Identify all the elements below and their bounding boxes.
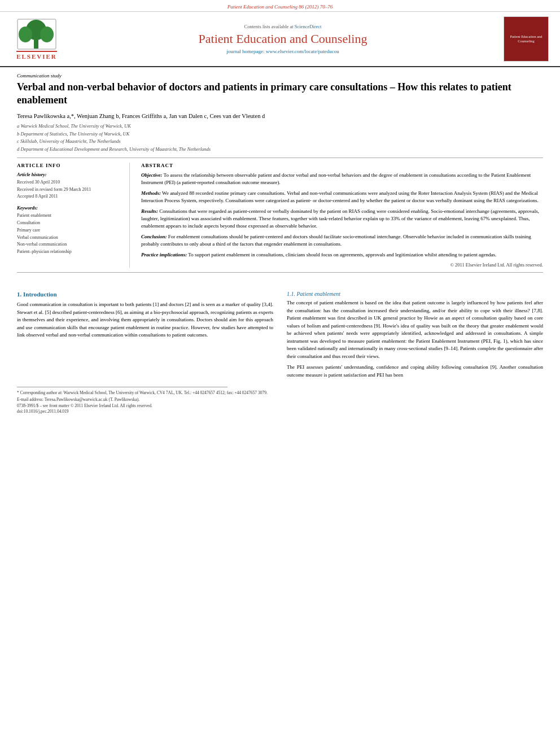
patient-enablement-title: 1.1. Patient enablement <box>287 291 543 297</box>
journal-cover-image: Patient Education and Counseling <box>504 16 549 62</box>
article-info-column: ARTICLE INFO Article history: Received 3… <box>17 163 130 268</box>
keyword-1: Patient enablement <box>17 212 121 220</box>
results-label: Results: <box>141 208 158 214</box>
section-label: Communication study <box>17 73 543 78</box>
footnote-email: E-mail address: Teresa.Pawlikowska@warwi… <box>17 396 543 403</box>
keyword-2: Consultation <box>17 220 121 227</box>
methods-text: We analyzed 88 recorded routine primary … <box>141 190 539 203</box>
affiliation-c: c Skillslab, University of Maastricht, T… <box>17 138 543 145</box>
enablement-para2: The PEI assesses patients' understanding… <box>287 364 543 379</box>
elsevier-logo: ELSEVIER <box>11 19 62 60</box>
footnote-corresponding: * Corresponding author at: Warwick Medic… <box>17 390 543 396</box>
keyword-6: Patient–physician relationship <box>17 248 121 256</box>
article-info-header: ARTICLE INFO <box>17 163 121 168</box>
abstract-results: Results: Consultations that were regarde… <box>141 208 543 230</box>
methods-label: Methods: <box>141 190 161 196</box>
objective-text: To assess the relationship between obser… <box>141 172 531 185</box>
body-left-column: 1. Introduction Good communication in co… <box>17 289 273 382</box>
footnote-doi: doi:10.1016/j.pec.2011.04.019 <box>17 409 543 414</box>
practice-text: To support patient enablement in consult… <box>188 252 496 257</box>
keyword-3: Primary care <box>17 227 121 234</box>
intro-title: 1. Introduction <box>17 291 273 298</box>
article-title: Verbal and non-verbal behavior of doctor… <box>17 81 543 107</box>
practice-label: Practice implications: <box>141 252 187 257</box>
body-columns: 1. Introduction Good communication in co… <box>17 289 543 382</box>
body-content: 1. Introduction Good communication in co… <box>0 283 560 420</box>
journal-header-bar: Patient Education and Counseling 86 (201… <box>0 0 560 12</box>
divider-2 <box>17 272 543 273</box>
keyword-4: Verbal communication <box>17 234 121 242</box>
main-content: Communication study Verbal and non-verba… <box>0 67 560 283</box>
keyword-5: Non-verbal communication <box>17 241 121 248</box>
body-right-column: 1.1. Patient enablement The concept of p… <box>287 289 543 382</box>
abstract-column: ABSTRACT Objective: To assess the relati… <box>141 163 543 268</box>
sciencedirect-link[interactable]: ScienceDirect <box>295 24 322 29</box>
sciencedirect-line: Contents lists available at ScienceDirec… <box>62 24 504 29</box>
journal-center: Contents lists available at ScienceDirec… <box>62 24 504 54</box>
objective-label: Objective: <box>141 172 162 178</box>
abstract-methods: Methods: We analyzed 88 recorded routine… <box>141 190 543 204</box>
intro-para1: Good communication in consultation is im… <box>17 301 273 339</box>
svg-point-3 <box>40 27 54 42</box>
keywords-label: Keywords: <box>17 205 121 211</box>
received-date: Received 30 April 2010 Received in revis… <box>17 179 121 200</box>
journal-name: Patient Education and Counseling <box>62 32 504 46</box>
divider-1 <box>17 158 543 158</box>
keywords-section: Keywords: Patient enablement Consultatio… <box>17 205 121 256</box>
abstract-header: ABSTRACT <box>141 163 543 168</box>
conclusion-label: Conclusion: <box>141 234 167 239</box>
svg-point-2 <box>19 27 32 42</box>
journal-homepage: journal homepage: www.elsevier.com/locat… <box>62 49 504 54</box>
results-text: Consultations that were regarded as pati… <box>141 208 539 229</box>
footnote-issn: 0738-3991/$ – see front matter © 2011 El… <box>17 403 543 409</box>
abstract-objective: Objective: To assess the relationship be… <box>141 172 543 186</box>
affiliation-b: b Department of Statistics, The Universi… <box>17 130 543 138</box>
history-label: Article history: <box>17 172 121 177</box>
page: Patient Education and Counseling 86 (201… <box>0 0 560 747</box>
abstract-conclusion: Conclusion: For enablement consultations… <box>141 233 543 248</box>
elsevier-text: ELSEVIER <box>16 51 57 60</box>
enablement-para1: The concept of patient enablement is bas… <box>287 299 543 360</box>
footnote-divider <box>17 387 228 387</box>
authors: Teresa Pawlikowska a,*, Wenjuan Zhang b,… <box>17 113 543 119</box>
journal-banner: ELSEVIER Contents lists available at Sci… <box>0 12 560 67</box>
conclusion-text: For enablement consultations should be p… <box>141 234 531 247</box>
affiliation-d: d Department of Educational Development … <box>17 146 543 153</box>
affiliations: a Warwick Medical School, The University… <box>17 123 543 153</box>
copyright-line: © 2011 Elsevier Ireland Ltd. All rights … <box>141 262 543 268</box>
affiliation-a: a Warwick Medical School, The University… <box>17 123 543 130</box>
elsevier-tree-icon <box>17 19 56 50</box>
journal-citation: Patient Education and Counseling 86 (201… <box>228 4 333 10</box>
abstract-practice: Practice implications: To support patien… <box>141 251 543 259</box>
info-abstract-columns: ARTICLE INFO Article history: Received 3… <box>17 163 543 268</box>
